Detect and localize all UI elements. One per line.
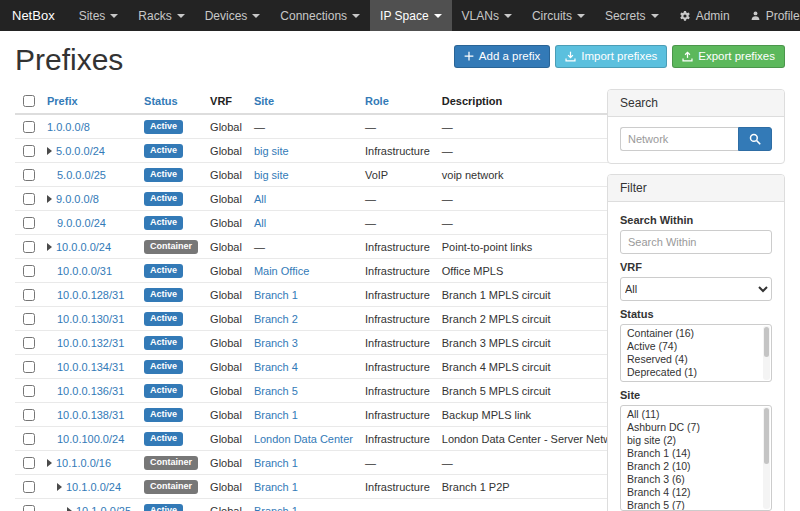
prefix-link[interactable]: 10.1.0.0/25 <box>76 505 131 511</box>
site-link[interactable]: Branch 5 <box>254 385 298 397</box>
prefix-link[interactable]: 9.0.0.0/8 <box>56 193 99 205</box>
nav-item-devices[interactable]: Devices <box>195 0 271 31</box>
prefix-link[interactable]: 5.0.0.0/25 <box>57 169 106 181</box>
row-checkbox[interactable] <box>23 193 35 205</box>
expand-icon[interactable] <box>67 507 72 511</box>
column-header-site[interactable]: Site <box>248 89 359 114</box>
prefix-link[interactable]: 10.1.0.0/16 <box>56 457 111 469</box>
row-checkbox[interactable] <box>23 337 35 349</box>
prefix-link[interactable]: 10.0.0.128/31 <box>57 289 124 301</box>
listbox-option[interactable]: Active (74) <box>621 340 771 353</box>
listbox-option[interactable]: Reserved (4) <box>621 353 771 366</box>
nav-item-connections[interactable]: Connections <box>270 0 370 31</box>
prefix-link[interactable]: 1.0.0.0/8 <box>47 121 90 133</box>
prefix-link[interactable]: 10.0.100.0/24 <box>57 433 124 445</box>
row-select-cell <box>15 307 41 331</box>
prefix-link[interactable]: 10.0.0.0/31 <box>57 265 112 277</box>
site-link[interactable]: All <box>254 193 266 205</box>
row-checkbox[interactable] <box>23 241 35 253</box>
prefix-link[interactable]: 5.0.0.0/24 <box>56 145 105 157</box>
row-checkbox[interactable] <box>23 169 35 181</box>
listbox-option[interactable]: big site (2) <box>621 434 771 447</box>
nav-admin[interactable]: Admin <box>669 0 740 31</box>
nav-item-secrets[interactable]: Secrets <box>595 0 669 31</box>
prefix-link[interactable]: 10.1.0.0/24 <box>66 481 121 493</box>
row-checkbox[interactable] <box>23 433 35 445</box>
prefix-link[interactable]: 10.0.0.136/31 <box>57 385 124 397</box>
site-link[interactable]: Branch 1 <box>254 481 298 493</box>
site-listbox[interactable]: All (11)Ashburn DC (7)big site (2)Branch… <box>620 405 772 511</box>
vrf-select[interactable]: All <box>620 277 772 301</box>
site-link[interactable]: Branch 1 <box>254 505 298 511</box>
site-link[interactable]: big site <box>254 145 289 157</box>
row-checkbox[interactable] <box>23 385 35 397</box>
row-checkbox[interactable] <box>23 457 35 469</box>
row-checkbox[interactable] <box>23 361 35 373</box>
nav-item-sites[interactable]: Sites <box>69 0 129 31</box>
expand-icon[interactable] <box>47 459 52 467</box>
site-link[interactable]: Branch 1 <box>254 289 298 301</box>
expand-icon[interactable] <box>47 195 52 203</box>
prefix-link[interactable]: 10.0.0.138/31 <box>57 409 124 421</box>
listbox-option[interactable]: All (11) <box>621 408 771 421</box>
add-a-prefix-button[interactable]: Add a prefix <box>454 45 550 68</box>
listbox-option[interactable]: Branch 2 (10) <box>621 460 771 473</box>
row-checkbox[interactable] <box>23 409 35 421</box>
site-link[interactable]: big site <box>254 169 289 181</box>
description-cell: Point-to-point links <box>436 235 633 259</box>
prefix-link[interactable]: 10.0.0.0/24 <box>56 241 111 253</box>
row-checkbox[interactable] <box>23 265 35 277</box>
row-select-cell <box>15 235 41 259</box>
site-link[interactable]: Main Office <box>254 265 309 277</box>
description-cell: — <box>436 114 633 139</box>
row-checkbox[interactable] <box>23 289 35 301</box>
prefix-link[interactable]: 10.0.0.134/31 <box>57 361 124 373</box>
row-checkbox[interactable] <box>23 121 35 133</box>
nav-item-vlans[interactable]: VLANs <box>452 0 522 31</box>
listbox-option[interactable]: Branch 1 (14) <box>621 447 771 460</box>
column-header-prefix[interactable]: Prefix <box>41 89 138 114</box>
search-within-input[interactable] <box>620 230 772 254</box>
expand-icon[interactable] <box>47 147 52 155</box>
listbox-option[interactable]: Ashburn DC (7) <box>621 421 771 434</box>
listbox-option[interactable]: Branch 4 (12) <box>621 486 771 499</box>
nav-item-ip-space[interactable]: IP Space <box>370 0 451 31</box>
row-checkbox[interactable] <box>23 313 35 325</box>
nav-profile[interactable]: Profile <box>740 0 800 31</box>
scrollbar[interactable] <box>763 407 770 509</box>
scrollbar[interactable] <box>763 326 770 380</box>
listbox-option[interactable]: Container (16) <box>621 327 771 340</box>
listbox-option[interactable]: Deprecated (1) <box>621 366 771 379</box>
row-checkbox[interactable] <box>23 505 35 511</box>
site-link[interactable]: Branch 3 <box>254 337 298 349</box>
row-checkbox[interactable] <box>23 217 35 229</box>
export-prefixes-button[interactable]: Export prefixes <box>672 45 785 68</box>
site-link[interactable]: Branch 1 <box>254 457 298 469</box>
site-link[interactable]: London Data Center <box>254 433 353 445</box>
import-prefixes-button[interactable]: Import prefixes <box>555 45 667 68</box>
search-input[interactable] <box>620 127 738 151</box>
expand-icon[interactable] <box>47 243 52 251</box>
nav-item-circuits[interactable]: Circuits <box>522 0 595 31</box>
column-header-role[interactable]: Role <box>359 89 436 114</box>
listbox-option[interactable]: Branch 3 (6) <box>621 473 771 486</box>
search-button[interactable] <box>738 127 772 151</box>
scrollbar-thumb[interactable] <box>764 408 769 464</box>
expand-icon[interactable] <box>57 483 62 491</box>
prefix-link[interactable]: 10.0.0.132/31 <box>57 337 124 349</box>
site-link[interactable]: Branch 4 <box>254 361 298 373</box>
prefix-link[interactable]: 10.0.0.130/31 <box>57 313 124 325</box>
site-link[interactable]: All <box>254 217 266 229</box>
prefix-link[interactable]: 9.0.0.0/24 <box>57 217 106 229</box>
navbar-brand[interactable]: NetBox <box>0 0 69 31</box>
select-all-checkbox[interactable] <box>23 95 35 107</box>
site-link[interactable]: Branch 1 <box>254 409 298 421</box>
listbox-option[interactable]: Branch 5 (7) <box>621 499 771 511</box>
status-listbox[interactable]: Container (16)Active (74)Reserved (4)Dep… <box>620 324 772 382</box>
row-checkbox[interactable] <box>23 481 35 493</box>
site-link[interactable]: Branch 2 <box>254 313 298 325</box>
column-header-status[interactable]: Status <box>138 89 204 114</box>
scrollbar-thumb[interactable] <box>764 327 769 357</box>
row-checkbox[interactable] <box>23 145 35 157</box>
nav-item-racks[interactable]: Racks <box>128 0 194 31</box>
